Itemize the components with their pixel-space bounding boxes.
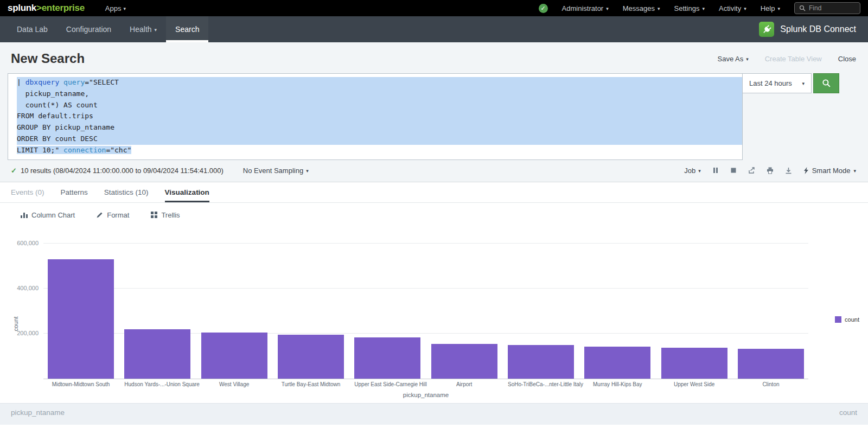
- caret-down-icon: ▾: [802, 81, 805, 86]
- x-tick-label: Airport: [431, 381, 497, 387]
- find-search-box[interactable]: [794, 2, 860, 14]
- caret-down-icon: ▾: [606, 7, 609, 11]
- tab-statistics[interactable]: Statistics (10): [104, 182, 149, 202]
- query-token: GROUP BY pickup_ntaname: [17, 123, 114, 131]
- logo-enterprise: enterprise: [42, 3, 85, 13]
- x-tick-label: Midtown-Midtown South: [48, 381, 114, 387]
- nav-health[interactable]: Health ▾: [120, 16, 166, 42]
- x-tick-label: SoHo-TriBeCa-...nter-Little Italy: [508, 381, 574, 387]
- search-mode-menu[interactable]: Smart Mode ▾: [803, 167, 856, 175]
- chart-bars: [43, 243, 808, 379]
- splunk-logo: splunk>enterprise: [8, 3, 85, 14]
- bar-6[interactable]: [431, 344, 497, 379]
- pause-icon: [712, 167, 719, 174]
- legend-swatch: [835, 316, 841, 323]
- db-connect-app-icon: [759, 22, 774, 37]
- x-tick-label: Murray Hill-Kips Bay: [584, 381, 650, 387]
- caret-down-icon: ▾: [155, 28, 157, 33]
- caret-down-icon: ▾: [306, 169, 309, 174]
- run-search-button[interactable]: [813, 73, 839, 93]
- share-job-button[interactable]: [748, 167, 755, 174]
- y-tick-label: 600,000: [17, 240, 39, 246]
- caret-down-icon: ▾: [698, 169, 701, 174]
- bar-3[interactable]: [201, 333, 267, 379]
- bolt-icon: [803, 167, 809, 174]
- x-axis-title: pickup_ntaname: [43, 392, 808, 398]
- search-icon: [799, 5, 806, 11]
- bar-7[interactable]: [508, 345, 574, 379]
- bar-5[interactable]: [354, 337, 420, 379]
- page-title: New Search: [11, 51, 85, 66]
- visualization-toolbar: Column Chart Format Trellis: [0, 203, 868, 227]
- save-as-button[interactable]: Save As ▾: [717, 55, 748, 63]
- bar-4[interactable]: [278, 335, 344, 379]
- caret-down-icon: ▾: [658, 7, 660, 11]
- settings-menu[interactable]: Settings ▾: [674, 4, 705, 12]
- pause-job-button[interactable]: [712, 167, 719, 174]
- create-table-view-button[interactable]: Create Table View: [765, 55, 822, 63]
- administrator-menu[interactable]: Administrator ▾: [562, 4, 609, 12]
- x-tick-label: Hudson Yards-...-Union Square: [124, 381, 190, 387]
- caret-down-icon: ▾: [702, 7, 705, 11]
- bar-1[interactable]: [48, 259, 114, 378]
- app-nav-bar: Data Lab Configuration Health ▾ Search S: [0, 16, 868, 42]
- column-chart-icon: [21, 212, 28, 218]
- stop-job-button[interactable]: [730, 167, 737, 174]
- logo-splunk: splunk: [8, 3, 36, 13]
- statistics-table-header: pickup_ntaname count: [0, 403, 868, 425]
- query-token: ="SELECT: [85, 78, 119, 86]
- print-button[interactable]: [767, 167, 774, 174]
- nav-configuration[interactable]: Configuration: [57, 16, 120, 42]
- nav-data-lab[interactable]: Data Lab: [8, 16, 57, 42]
- logo-gt: >: [36, 3, 42, 13]
- bar-8[interactable]: [584, 347, 650, 379]
- search-section: New Search Save As ▾ Create Table View C…: [0, 42, 868, 182]
- stop-icon: [730, 167, 737, 174]
- check-icon: ✓: [541, 5, 546, 12]
- x-tick-label: West Village: [201, 381, 267, 387]
- query-token: ORDER BY count DESC: [17, 135, 98, 143]
- chart-legend[interactable]: count: [835, 316, 859, 323]
- results-summary: 10 results (08/04/2024 11:00:00.000 to 0…: [21, 167, 224, 175]
- share-icon: [748, 167, 755, 174]
- tab-patterns[interactable]: Patterns: [61, 182, 88, 202]
- job-menu[interactable]: Job ▾: [684, 167, 701, 175]
- format-button[interactable]: Format: [97, 211, 129, 219]
- time-range-picker[interactable]: Last 24 hours ▾: [743, 73, 812, 93]
- print-icon: [767, 167, 774, 174]
- query-token: [59, 78, 63, 86]
- column-chart: count 200,000400,000600,000 Midtown-Midt…: [0, 227, 868, 398]
- caret-down-icon: ▾: [123, 7, 126, 11]
- close-button[interactable]: Close: [838, 55, 856, 63]
- nav-search[interactable]: Search: [166, 16, 208, 42]
- export-button[interactable]: [785, 167, 792, 174]
- bar-10[interactable]: [738, 349, 804, 379]
- caret-down-icon: ▾: [777, 7, 780, 11]
- apps-menu[interactable]: Apps ▾: [105, 4, 126, 12]
- trellis-icon: [151, 212, 157, 218]
- help-menu[interactable]: Help ▾: [761, 4, 780, 12]
- column-header-count[interactable]: count: [839, 408, 857, 425]
- bar-9[interactable]: [661, 348, 727, 379]
- column-header-pickup-ntaname[interactable]: pickup_ntaname: [11, 408, 65, 425]
- caret-down-icon: ▾: [746, 57, 749, 62]
- query-token: connection: [63, 146, 106, 154]
- messages-menu[interactable]: Messages ▾: [623, 4, 660, 12]
- query-token: FROM default.trips: [17, 112, 93, 120]
- x-tick-label: Upper East Side-Carnegie Hill: [354, 381, 420, 387]
- tab-events[interactable]: Events (0): [11, 182, 44, 202]
- search-input[interactable]: | dbxquery query="SELECT pickup_ntaname,…: [8, 73, 743, 160]
- trellis-button[interactable]: Trellis: [151, 211, 180, 219]
- chart-type-button[interactable]: Column Chart: [21, 211, 75, 219]
- activity-menu[interactable]: Activity ▾: [719, 4, 746, 12]
- top-bar: splunk>enterprise Apps ▾ ✓ Administrator…: [0, 0, 868, 16]
- query-token: |: [17, 78, 25, 86]
- tab-visualization[interactable]: Visualization: [165, 182, 209, 202]
- query-token: LIMIT 10;": [17, 146, 63, 154]
- pencil-icon: [97, 212, 103, 218]
- results-check-icon: ✓: [11, 167, 17, 175]
- find-input[interactable]: [809, 4, 852, 12]
- health-check-icon[interactable]: ✓: [539, 4, 548, 13]
- bar-2[interactable]: [124, 329, 190, 379]
- event-sampling-menu[interactable]: No Event Sampling ▾: [243, 167, 309, 175]
